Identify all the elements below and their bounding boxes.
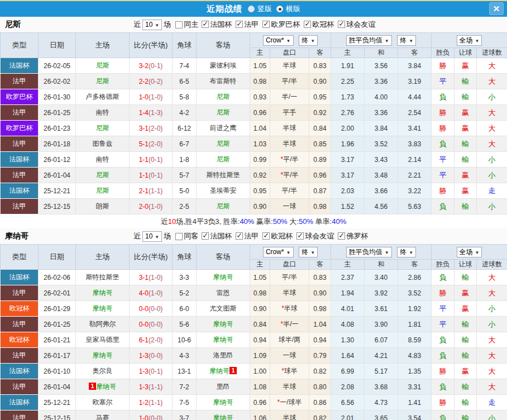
match-score: 1-3(0-0) — [130, 348, 173, 364]
result-mark: 負 — [432, 348, 455, 364]
league-filter-item: 欧冠杯 — [300, 20, 334, 28]
avg-draw-odds: 4.21 — [365, 348, 398, 364]
league-filter-checkbox[interactable] — [236, 21, 243, 28]
league-filter-label[interactable]: 欧罗巴杯 — [271, 20, 300, 28]
goals-mark: 大 — [477, 121, 507, 136]
summary-segment: 50% — [299, 217, 313, 226]
table-row: 法甲 26-01-04 尼斯 1-1(0-1) 5-7 斯特拉斯堡 0.92 *… — [1, 168, 507, 183]
handicap-result-mark: 輸 — [455, 317, 477, 332]
league-filter-checkbox[interactable] — [262, 21, 270, 28]
scope-select[interactable]: 全场▼ — [457, 247, 482, 257]
match-date: 25-12-21 — [39, 395, 76, 411]
odds-time-select[interactable]: 终▼ — [299, 35, 318, 46]
avg-select[interactable]: 胜平负均值▼ — [346, 247, 392, 257]
match-score: 1-3(1-1) — [130, 379, 173, 395]
away-odds: 0.90 — [309, 74, 331, 89]
avg-draw-odds: 3.66 — [365, 183, 398, 199]
league-filter-label[interactable]: 欧冠杯 — [312, 20, 334, 28]
home-odds: 0.94 — [250, 332, 270, 348]
table-row: 欧罗巴杯 26-01-23 尼斯 3-1(2-0) 6-12 前进之鹰 1.04… — [1, 121, 507, 136]
vertical-layout-label[interactable]: 竖版 — [257, 4, 272, 14]
same-venue-label[interactable]: 同客 — [184, 231, 198, 241]
bookmaker-select[interactable]: Crow*▼ — [263, 247, 294, 257]
league-filter-checkbox[interactable] — [236, 232, 243, 240]
match-score: 3-1(2-0) — [130, 121, 173, 136]
league-filter-checkbox[interactable] — [338, 232, 345, 240]
league-filter-checkbox[interactable] — [296, 232, 304, 240]
bookmaker-select[interactable]: Crow*▼ — [263, 35, 294, 46]
avg-home-odds: 3.17 — [331, 168, 365, 183]
handicap: *半/一 — [270, 317, 309, 332]
handicap-change-star: * — [280, 155, 283, 163]
handicap-result-mark: 輸 — [455, 152, 477, 168]
home-odds: 0.98 — [250, 74, 270, 89]
league-filter-label[interactable]: 球会友谊 — [305, 232, 334, 240]
team-text: 朗斯 — [96, 202, 109, 210]
league-filter-label[interactable]: 法国杯 — [210, 20, 232, 28]
match-score: 1-2(1-1) — [130, 395, 173, 411]
handicap-result-mark: 輸 — [455, 270, 477, 285]
away-team: 蒙彼利埃 — [197, 58, 250, 74]
away-odds: 0.92 — [309, 105, 331, 121]
recent-results-dialog: 近期战绩 竖版 横版 ✕ 尼斯 近 10▼ 场 同主 法国杯法甲欧罗巴杯欧冠杯球… — [0, 0, 507, 420]
league-badge: 法国杯 — [1, 152, 39, 168]
horizontal-layout-radio[interactable] — [276, 6, 283, 12]
avg-away-odds: 3.22 — [398, 183, 432, 199]
away-team: 尼斯 — [197, 105, 250, 121]
match-count-select[interactable]: 10▼ — [142, 20, 162, 30]
same-venue-label[interactable]: 同主 — [184, 20, 198, 30]
league-filter-label[interactable]: 球会友谊 — [346, 20, 375, 28]
league-filter-label[interactable]: 法甲 — [244, 232, 259, 240]
scope-select[interactable]: 全场▼ — [457, 35, 482, 46]
corner-score: 3-3 — [173, 270, 197, 285]
league-badge: 法甲 — [1, 317, 39, 332]
league-filter-label[interactable]: 法国杯 — [210, 232, 232, 240]
league-filter-label[interactable]: 法甲 — [244, 20, 259, 28]
league-filter-label[interactable]: 欧冠杯 — [271, 232, 293, 240]
fulltime-score: 1-3 — [139, 367, 149, 375]
handicap: 半/一 — [270, 89, 309, 105]
league-filter-checkbox[interactable] — [202, 232, 209, 240]
summary-segment: 40% — [332, 217, 346, 226]
goals-mark: 小 — [477, 317, 507, 332]
match-count-select[interactable]: 10▼ — [142, 231, 162, 242]
league-badge: 法国杯 — [1, 58, 39, 74]
fulltime-score: 1-1 — [139, 156, 149, 164]
league-filter-checkbox[interactable] — [202, 21, 209, 28]
halftime-score: (2-0) — [149, 125, 162, 132]
avg-time-select[interactable]: 终▼ — [397, 247, 416, 257]
avg-away-odds: 3.52 — [398, 285, 432, 301]
away-odds: 0.83 — [309, 58, 331, 74]
away-odds: 0.83 — [309, 270, 331, 285]
league-filter-checkbox[interactable] — [338, 21, 345, 28]
avg-draw-odds: 3.48 — [365, 168, 398, 183]
league-filter-checkbox[interactable] — [262, 232, 270, 240]
scope-group-header: 全场▼ — [432, 245, 507, 260]
avg-select[interactable]: 胜平负均值▼ — [346, 35, 392, 46]
away-team: 洛里昂 — [197, 348, 250, 364]
match-date: 26-01-12 — [39, 152, 76, 168]
same-venue-checkbox[interactable] — [175, 21, 183, 28]
handicap-result-mark: 輸 — [455, 199, 477, 214]
chevron-down-icon: ▼ — [310, 39, 315, 44]
league-filter-label[interactable]: 佛罗杯 — [346, 232, 368, 240]
match-score: 1-4(1-3) — [130, 105, 173, 121]
chevron-down-icon: ▼ — [286, 250, 291, 255]
avg-home-odds: 2.03 — [331, 183, 365, 199]
horizontal-layout-label[interactable]: 横版 — [286, 4, 300, 14]
league-filter-checkbox[interactable] — [304, 21, 311, 28]
avg-home-odds: 2.08 — [331, 379, 365, 395]
odds-group-header: Crow*▼ 终▼ — [250, 245, 331, 260]
fulltime-score: 6-1 — [139, 336, 149, 344]
team-text: 布雷斯特 — [210, 77, 237, 85]
odds-time-select[interactable]: 终▼ — [299, 247, 318, 257]
same-venue-checkbox[interactable] — [175, 233, 183, 240]
handicap-result-mark: 輸 — [455, 332, 477, 348]
chevron-down-icon: ▼ — [155, 235, 159, 240]
goals-mark: 小 — [477, 168, 507, 183]
vertical-layout-radio[interactable] — [248, 6, 255, 12]
avg-time-select[interactable]: 终▼ — [397, 35, 416, 46]
close-button[interactable]: ✕ — [489, 2, 504, 15]
home-odds: 1.09 — [250, 348, 270, 364]
team-name: 尼斯 — [0, 20, 133, 30]
